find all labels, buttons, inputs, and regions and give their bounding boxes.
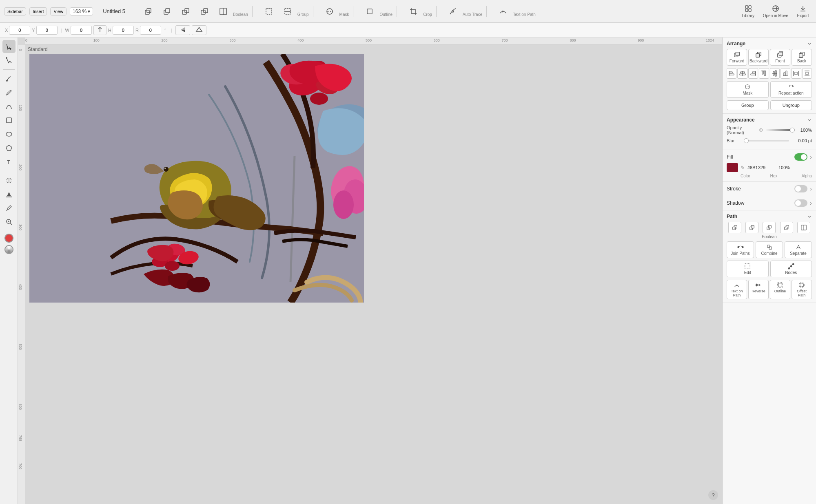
flip-vertical-btn[interactable] — [175, 25, 190, 35]
boolean-divide-btn[interactable] — [214, 6, 232, 17]
sidebar-tab[interactable]: Sidebar — [4, 7, 26, 15]
outline-label: Outline — [379, 12, 392, 17]
ungroup-action-btn[interactable]: Ungroup — [770, 100, 812, 110]
backward-btn[interactable]: Backward — [748, 49, 769, 66]
path-bool-subtract[interactable] — [745, 222, 758, 233]
opacity-slider[interactable] — [765, 129, 795, 131]
boolean-unite-btn[interactable] — [139, 6, 157, 17]
align-center-h-btn[interactable] — [737, 68, 747, 79]
back-btn[interactable]: Back — [792, 49, 812, 66]
ellipse-tool[interactable] — [2, 128, 16, 141]
path-edit-nodes-row: Edit Nodes — [727, 261, 812, 277]
boolean-intersect-btn[interactable] — [177, 6, 195, 17]
align-bottom-btn[interactable] — [781, 68, 790, 79]
blur-slider[interactable] — [744, 140, 789, 141]
path-bool-unite[interactable] — [728, 222, 741, 233]
x-input[interactable] — [9, 26, 30, 35]
shadow-toggle[interactable] — [794, 199, 807, 207]
path-bool-exclude[interactable] — [780, 222, 793, 233]
insert-tab[interactable]: Insert — [29, 7, 47, 15]
distribute-h-btn[interactable] — [791, 68, 801, 79]
arrange-header[interactable]: Arrange — [727, 41, 812, 46]
crop-btn[interactable] — [404, 6, 422, 17]
flip2-btn[interactable] — [192, 25, 206, 35]
y-input[interactable] — [36, 26, 58, 35]
reverse-btn[interactable]: Reverse — [748, 280, 769, 299]
align-center-v-btn[interactable] — [770, 68, 780, 79]
top-bar: Sidebar Insert View 163 % ▾ Untitled 5 B… — [0, 0, 816, 23]
eyedropper-tool[interactable] — [2, 201, 16, 214]
view-tab[interactable]: View — [50, 7, 67, 15]
path-bool-divide[interactable] — [797, 222, 810, 233]
align-left-btn[interactable] — [727, 68, 736, 79]
align-top-btn[interactable] — [759, 68, 769, 79]
library-btn[interactable]: Library — [739, 3, 757, 20]
ruler-v-0: 0 — [18, 49, 22, 51]
mask-action-btn[interactable]: Mask — [727, 81, 769, 98]
forward-btn[interactable]: Forward — [727, 49, 747, 66]
fill-edit-icon[interactable]: ✎ — [741, 165, 745, 171]
align-right-btn[interactable] — [748, 68, 758, 79]
nodes-btn[interactable]: Nodes — [770, 261, 812, 277]
fill-color-swatch[interactable] — [727, 163, 738, 172]
svg-rect-75 — [751, 74, 756, 75]
group-action-btn[interactable]: Group — [727, 100, 769, 110]
svg-point-28 — [6, 80, 8, 82]
edit-btn[interactable]: Edit — [727, 261, 769, 277]
shadow-expand-btn[interactable]: › — [810, 200, 812, 206]
node-tool[interactable] — [2, 54, 16, 67]
appearance-header[interactable]: Appearance — [727, 117, 812, 123]
flip-horizontal-btn[interactable] — [93, 25, 106, 35]
polygon-tool[interactable] — [2, 141, 16, 155]
h-input[interactable] — [113, 26, 134, 35]
zoom-tool[interactable] — [2, 215, 16, 228]
pen-tool[interactable] — [2, 72, 16, 85]
blur-row: Blur 0.00 pt — [727, 138, 812, 143]
artboard[interactable] — [29, 54, 364, 303]
transform-tool[interactable] — [2, 174, 16, 187]
select-tool[interactable] — [2, 40, 16, 53]
canvas-area[interactable]: 0 100 200 300 400 500 600 700 800 900 10… — [18, 38, 722, 504]
front-btn[interactable]: Front — [770, 49, 790, 66]
boolean-exclude-btn[interactable] — [195, 6, 213, 17]
stroke-expand-btn[interactable]: › — [810, 186, 812, 192]
distribute-v-btn[interactable] — [802, 68, 812, 79]
autotrace-btn[interactable] — [444, 6, 462, 17]
pencil-tool[interactable] — [2, 86, 16, 99]
svg-rect-3 — [166, 9, 170, 13]
openinmove-btn[interactable]: Open in Move — [761, 3, 791, 20]
shape-tool[interactable] — [2, 114, 16, 127]
separate-btn[interactable]: Separate — [785, 241, 812, 258]
export-btn[interactable]: Export — [794, 3, 812, 20]
repeat-action-btn[interactable]: Repeat action — [770, 81, 812, 98]
boolean-subtract-btn[interactable] — [158, 6, 176, 17]
zoom-display[interactable]: 163 % ▾ — [70, 7, 93, 15]
w-input[interactable] — [71, 26, 92, 35]
outline-btn[interactable] — [361, 6, 379, 17]
textonpath-btn[interactable]: T — [494, 6, 512, 17]
join-paths-btn[interactable]: Join Paths — [727, 241, 754, 258]
bezier-tool[interactable] — [2, 100, 16, 113]
help-button[interactable]: ? — [708, 490, 718, 500]
text-on-path-btn[interactable]: T Text on Path — [727, 280, 747, 299]
r-input[interactable] — [140, 26, 161, 35]
offset-path-btn[interactable]: Offset Path — [792, 280, 812, 299]
mask-btn[interactable] — [321, 6, 339, 17]
stroke-color-swatch[interactable] — [4, 245, 13, 254]
fill-color-swatch[interactable] — [4, 234, 13, 243]
path-bool-intersect[interactable] — [763, 222, 776, 233]
path-header[interactable]: Path — [727, 214, 812, 219]
stroke-toggle[interactable] — [794, 185, 807, 192]
fill-hex-input[interactable] — [747, 165, 776, 170]
group-label: Group — [297, 12, 309, 17]
group-btn[interactable] — [260, 6, 278, 17]
fill-tool[interactable] — [2, 188, 16, 201]
combine-btn[interactable]: Combine — [756, 241, 783, 258]
x-label: X — [5, 28, 8, 33]
fill-expand-btn[interactable]: › — [810, 154, 812, 160]
fill-toggle[interactable] — [794, 153, 807, 161]
ungroup-btn[interactable] — [279, 6, 297, 17]
mask-repeat-row: Mask Repeat action — [727, 81, 812, 98]
outline-path-btn[interactable]: Outline — [770, 280, 790, 299]
text-tool[interactable]: T — [2, 155, 16, 168]
